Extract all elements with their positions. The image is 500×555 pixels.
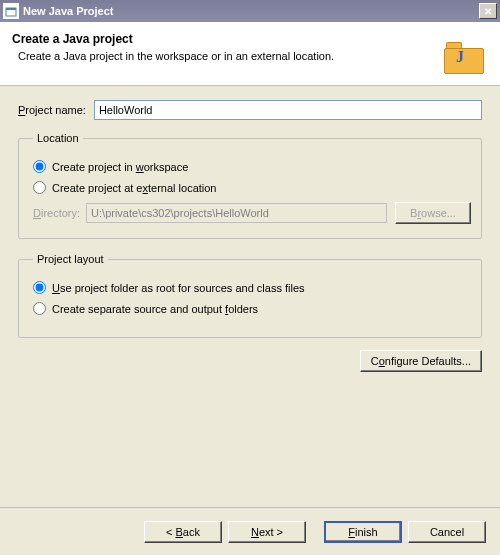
content-area: Project name: Location Create project in… xyxy=(0,86,500,392)
configure-defaults-button[interactable]: Configure Defaults... xyxy=(360,350,482,372)
radio-separate-folders[interactable] xyxy=(33,302,46,315)
window-icon xyxy=(3,3,19,19)
wizard-icon: J xyxy=(444,32,488,74)
radio-workspace-label[interactable]: Create project in workspace xyxy=(52,161,188,173)
location-group: Location Create project in workspace Cre… xyxy=(18,132,482,239)
banner: Create a Java project Create a Java proj… xyxy=(0,22,500,86)
project-name-input[interactable] xyxy=(94,100,482,120)
footer: < Back Next > Finish Cancel xyxy=(0,507,500,555)
radio-workspace-row: Create project in workspace xyxy=(33,160,471,173)
project-name-row: Project name: xyxy=(18,100,482,120)
banner-heading: Create a Java project xyxy=(12,32,488,46)
radio-root-row: Use project folder as root for sources a… xyxy=(33,281,471,294)
browse-button: Browse... xyxy=(395,202,471,224)
project-layout-legend: Project layout xyxy=(33,253,108,265)
back-button[interactable]: < Back xyxy=(144,521,222,543)
banner-subtext: Create a Java project in the workspace o… xyxy=(18,50,488,62)
directory-label: Directory: xyxy=(33,207,80,219)
radio-root-label[interactable]: Use project folder as root for sources a… xyxy=(52,282,305,294)
window-title: New Java Project xyxy=(23,5,479,17)
project-layout-group: Project layout Use project folder as roo… xyxy=(18,253,482,338)
close-button[interactable]: ✕ xyxy=(479,3,497,19)
title-bar: New Java Project ✕ xyxy=(0,0,500,22)
radio-separate-row: Create separate source and output folder… xyxy=(33,302,471,315)
close-icon: ✕ xyxy=(484,6,492,17)
cancel-button[interactable]: Cancel xyxy=(408,521,486,543)
project-name-label: Project name: xyxy=(18,104,86,116)
directory-input xyxy=(86,203,387,223)
svg-rect-1 xyxy=(6,8,16,10)
radio-create-in-workspace[interactable] xyxy=(33,160,46,173)
location-legend: Location xyxy=(33,132,83,144)
next-button[interactable]: Next > xyxy=(228,521,306,543)
radio-separate-label[interactable]: Create separate source and output folder… xyxy=(52,303,258,315)
configure-row: Configure Defaults... xyxy=(18,350,482,372)
radio-create-external[interactable] xyxy=(33,181,46,194)
radio-external-label[interactable]: Create project at external location xyxy=(52,182,217,194)
radio-use-project-folder[interactable] xyxy=(33,281,46,294)
radio-external-row: Create project at external location xyxy=(33,181,471,194)
directory-row: Directory: Browse... xyxy=(33,202,471,224)
finish-button[interactable]: Finish xyxy=(324,521,402,543)
